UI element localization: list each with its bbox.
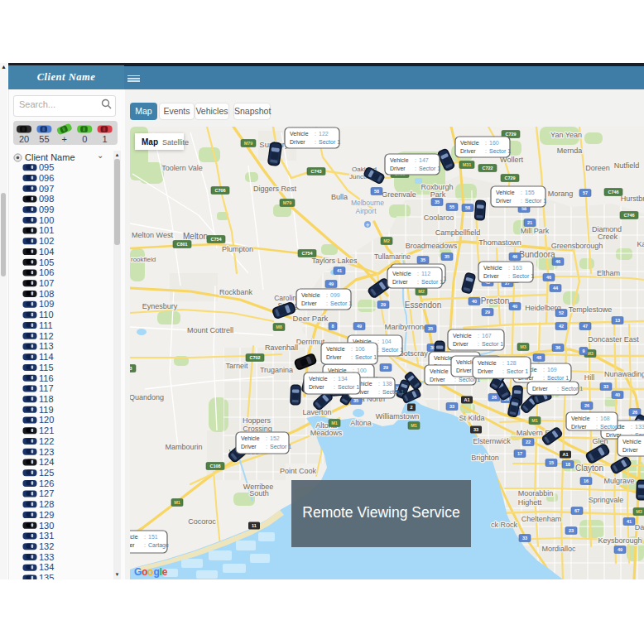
svg-text:46: 46 <box>546 275 551 280</box>
svg-text:097: 097 <box>39 184 54 194</box>
svg-text:M3: M3 <box>587 351 594 356</box>
svg-text:131: 131 <box>39 531 54 541</box>
svg-text:A1: A1 <box>562 452 568 457</box>
svg-text:116: 116 <box>39 373 54 383</box>
svg-text:130: 130 <box>39 521 54 531</box>
svg-text:C801: C801 <box>176 242 187 247</box>
svg-text:124: 124 <box>39 457 54 467</box>
svg-text:Mulgrave: Mulgrave <box>603 477 634 485</box>
svg-text:Driver: Driver <box>326 354 342 360</box>
svg-text:Melbourne: Melbourne <box>351 199 384 207</box>
svg-text:41: 41 <box>337 268 342 273</box>
svg-text:M8: M8 <box>276 324 282 329</box>
svg-text:✈: ✈ <box>365 223 369 228</box>
svg-text:112: 112 <box>39 331 54 341</box>
svg-text:Essendon: Essendon <box>405 300 441 310</box>
svg-text:Ka: Ka <box>637 240 644 248</box>
svg-text:Driver: Driver <box>456 368 472 373</box>
svg-text:Nutfield: Nutfield <box>614 161 640 170</box>
svg-text:Doncaster East: Doncaster East <box>588 335 639 344</box>
svg-text::: : <box>478 333 479 339</box>
svg-text::: : <box>417 279 419 285</box>
svg-text:Sector 1: Sector 1 <box>319 139 340 145</box>
svg-text::: : <box>485 140 487 146</box>
svg-text::: : <box>478 341 479 347</box>
svg-text:Driver: Driver <box>478 368 493 374</box>
svg-text:Map: Map <box>142 137 158 147</box>
svg-text:rookfield: rookfield <box>131 256 156 263</box>
svg-text:M2: M2 <box>418 289 425 294</box>
svg-text::: : <box>326 292 328 298</box>
svg-text:Sector 1: Sector 1 <box>419 166 440 171</box>
svg-text:33: 33 <box>473 427 478 432</box>
svg-text::: : <box>596 424 598 430</box>
svg-text::: : <box>454 377 456 382</box>
svg-text:C706: C706 <box>214 188 225 193</box>
svg-text:Williamstown: Williamstown <box>376 412 420 421</box>
svg-text:Driver: Driver <box>301 300 317 306</box>
svg-text:Coolaroo: Coolaroo <box>424 214 454 222</box>
svg-text:Mambourin: Mambourin <box>165 443 202 451</box>
svg-text:Quandong: Quandong <box>130 393 164 401</box>
svg-text:Meadows: Meadows <box>310 429 343 437</box>
svg-text:M3: M3 <box>636 509 642 514</box>
svg-text:133: 133 <box>635 424 644 430</box>
svg-text:Thomastown: Thomastown <box>478 238 521 247</box>
svg-text:16: 16 <box>584 478 589 483</box>
svg-text:40: 40 <box>472 299 477 304</box>
svg-text:Creek: Creek <box>598 233 618 241</box>
svg-text:Bulla: Bulla <box>331 193 348 201</box>
svg-text:134: 134 <box>39 562 54 572</box>
svg-text::: : <box>557 386 559 392</box>
svg-text::: : <box>508 273 510 279</box>
svg-text:Sector 1: Sector 1 <box>489 148 511 154</box>
svg-text:C722: C722 <box>482 166 493 171</box>
svg-text:Hoppers: Hoppers <box>243 416 272 425</box>
svg-text:098: 098 <box>39 194 54 204</box>
svg-text:St Kilda: St Kilda <box>459 414 484 422</box>
svg-text:167: 167 <box>482 333 492 339</box>
svg-text:Vehicle: Vehicle <box>430 368 449 374</box>
svg-text:Airport: Airport <box>355 207 377 215</box>
svg-text:Driver: Driver <box>392 279 408 285</box>
svg-text:Diggers Rest: Diggers Rest <box>253 185 297 193</box>
svg-text::: : <box>144 534 146 540</box>
svg-text:Vehicle: Vehicle <box>392 271 411 276</box>
svg-text::: : <box>266 435 267 441</box>
svg-text:127: 127 <box>39 488 54 498</box>
svg-text:49: 49 <box>357 324 362 329</box>
svg-text:Keysborough: Keysborough <box>598 536 642 545</box>
svg-text:Templestowe: Templestowe <box>569 305 613 314</box>
svg-text:Vehicle: Vehicle <box>130 534 138 540</box>
svg-text:Brighton: Brighton <box>471 454 499 462</box>
svg-text:M79: M79 <box>244 141 253 146</box>
svg-text:Sector 1: Sector 1 <box>330 300 352 306</box>
svg-text:17: 17 <box>517 451 522 456</box>
svg-text:108: 108 <box>39 289 54 299</box>
svg-text:44: 44 <box>553 286 559 291</box>
svg-text:102: 102 <box>39 236 54 246</box>
svg-text:Park: Park <box>430 190 446 199</box>
svg-text::: : <box>543 375 545 381</box>
svg-text:A1: A1 <box>464 397 469 402</box>
svg-text:Deer Park: Deer Park <box>293 314 329 323</box>
svg-text:160: 160 <box>489 140 499 146</box>
svg-text:C702: C702 <box>249 355 260 360</box>
svg-text:Vehicle: Vehicle <box>460 140 479 146</box>
svg-text:147: 147 <box>419 157 429 163</box>
svg-text::: : <box>485 148 487 154</box>
svg-text:Vehicle: Vehicle <box>622 439 642 445</box>
svg-text:095: 095 <box>39 162 54 172</box>
svg-text::: : <box>502 368 504 374</box>
svg-text:Sector 1: Sector 1 <box>270 444 291 449</box>
svg-text:121: 121 <box>39 425 54 435</box>
svg-text:105: 105 <box>39 257 54 267</box>
svg-text:134: 134 <box>338 376 348 382</box>
svg-text:Hill: Hill <box>584 373 595 382</box>
svg-text:Driver: Driver <box>460 148 476 154</box>
svg-text:58: 58 <box>374 189 379 194</box>
svg-text:112: 112 <box>421 271 430 276</box>
svg-text:Driver: Driver <box>390 166 406 171</box>
svg-text:114: 114 <box>39 352 54 362</box>
svg-text:122: 122 <box>319 131 329 137</box>
